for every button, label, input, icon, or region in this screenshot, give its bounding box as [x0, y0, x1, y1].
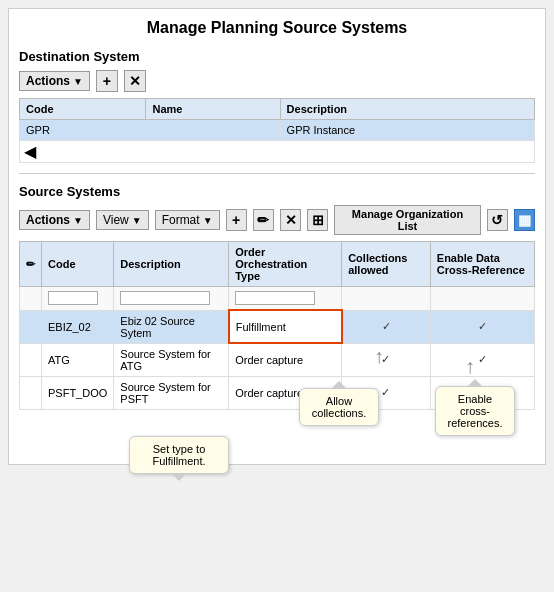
edit-row-crossref: [430, 287, 534, 311]
atg-edit-cell: [20, 343, 42, 376]
edit-row-desc[interactable]: [114, 287, 229, 311]
ebiz-description: Ebiz 02 Source Sytem: [114, 310, 229, 343]
source-col-description: Description: [114, 242, 229, 287]
table-row-scroll: ◀: [20, 141, 535, 163]
collections-arrow-up: ↑: [374, 346, 384, 366]
source-actions-arrow-icon: ▼: [73, 215, 83, 226]
atg-description: Source System for ATG: [114, 343, 229, 376]
atg-collections: ✓: [342, 343, 431, 376]
dest-cell-name: [146, 120, 280, 141]
atg-order-type: Order capture: [229, 343, 342, 376]
view-arrow-icon: ▼: [132, 215, 142, 226]
source-edit-row: [20, 287, 535, 311]
source-delete-button[interactable]: ✕: [280, 209, 301, 231]
dest-col-description: Description: [280, 99, 534, 120]
destination-add-button[interactable]: +: [96, 70, 118, 92]
source-edit-button[interactable]: ✏: [253, 209, 274, 231]
source-col-edit-icon: ✏: [20, 242, 42, 287]
source-row-atg[interactable]: ATG Source System for ATG Order capture …: [20, 343, 535, 376]
source-blue-button[interactable]: ▦: [514, 209, 535, 231]
tooltip-crossref-text: Enable cross-references.: [447, 393, 502, 429]
source-edit-icon: ✏: [257, 212, 269, 228]
source-section-title: Source Systems: [19, 184, 535, 199]
dest-col-code: Code: [20, 99, 146, 120]
destination-toolbar: Actions ▼ + ✕: [19, 70, 535, 92]
refresh-icon: ↺: [491, 212, 503, 228]
edit-row-code[interactable]: [42, 287, 114, 311]
source-col-collections: Collections allowed: [342, 242, 431, 287]
tooltip-crossref: Enable cross-references.: [435, 386, 515, 436]
source-table: ✏ Code Description Order Orchestration T…: [19, 241, 535, 410]
table-row[interactable]: GPR GPR Instance: [20, 120, 535, 141]
left-scroll-icon[interactable]: ◀: [24, 143, 36, 160]
source-row-ebiz[interactable]: EBIZ_02 Ebiz 02 Source Sytem Fulfillment…: [20, 310, 535, 343]
ebiz-code: EBIZ_02: [42, 310, 114, 343]
main-container: Manage Planning Source Systems Destinati…: [8, 8, 546, 465]
add-icon: +: [103, 73, 111, 89]
destination-section-title: Destination System: [19, 49, 535, 64]
source-add-icon: +: [232, 212, 240, 228]
page-title: Manage Planning Source Systems: [19, 19, 535, 37]
destination-delete-button[interactable]: ✕: [124, 70, 146, 92]
delete-icon: ✕: [129, 73, 141, 89]
manage-org-label: Manage Organization List: [352, 208, 463, 232]
atg-code: ATG: [42, 343, 114, 376]
psft-code: PSFT_DOO: [42, 376, 114, 409]
source-view-button[interactable]: View ▼: [96, 210, 149, 230]
source-col-order-type: Order Orchestration Type: [229, 242, 342, 287]
blue-icon: ▦: [518, 212, 531, 228]
psft-edit-cell: [20, 376, 42, 409]
dest-cell-description: GPR Instance: [280, 120, 534, 141]
edit-type-input[interactable]: [235, 291, 315, 305]
manage-org-button[interactable]: Manage Organization List: [334, 205, 480, 235]
psft-description: Source System for PSFT: [114, 376, 229, 409]
edit-desc-input[interactable]: [120, 291, 210, 305]
source-grid-icon: ⊞: [312, 212, 324, 228]
source-grid-button[interactable]: ⊞: [307, 209, 328, 231]
source-actions-label: Actions: [26, 213, 70, 227]
edit-code-input[interactable]: [48, 291, 98, 305]
dest-cell-code: GPR: [20, 120, 146, 141]
edit-pencil-icon: ✏: [26, 258, 35, 270]
edit-row-type[interactable]: [229, 287, 342, 311]
tooltip-fulfillment: Set type to Fulfillment.: [129, 436, 229, 474]
source-col-crossref: Enable Data Cross-Reference: [430, 242, 534, 287]
dest-col-name: Name: [146, 99, 280, 120]
source-add-button[interactable]: +: [226, 209, 247, 231]
ebiz-collections: ✓: [342, 310, 431, 343]
source-format-label: Format: [162, 213, 200, 227]
edit-row-icon-cell: [20, 287, 42, 311]
edit-row-collections: [342, 287, 431, 311]
destination-actions-arrow: ▼: [73, 76, 83, 87]
source-delete-icon: ✕: [285, 212, 297, 228]
ebiz-order-type: Fulfillment: [229, 310, 342, 343]
format-arrow-icon: ▼: [203, 215, 213, 226]
source-refresh-button[interactable]: ↺: [487, 209, 508, 231]
source-view-label: View: [103, 213, 129, 227]
source-actions-button[interactable]: Actions ▼: [19, 210, 90, 230]
destination-table: Code Name Description GPR GPR Instance ◀: [19, 98, 535, 163]
section-divider: [19, 173, 535, 174]
destination-actions-button[interactable]: Actions ▼: [19, 71, 90, 91]
source-format-button[interactable]: Format ▼: [155, 210, 220, 230]
tooltip-collections: Allow collections.: [299, 388, 379, 426]
destination-actions-label: Actions: [26, 74, 70, 88]
source-toolbar: Actions ▼ View ▼ Format ▼ + ✏ ✕ ⊞ Manage…: [19, 205, 535, 235]
tooltip-fulfillment-text: Set type to Fulfillment.: [152, 443, 205, 467]
tooltip-collections-text: Allow collections.: [312, 395, 366, 419]
ebiz-crossref: ✓: [430, 310, 534, 343]
source-col-code: Code: [42, 242, 114, 287]
ebiz-edit-cell: [20, 310, 42, 343]
